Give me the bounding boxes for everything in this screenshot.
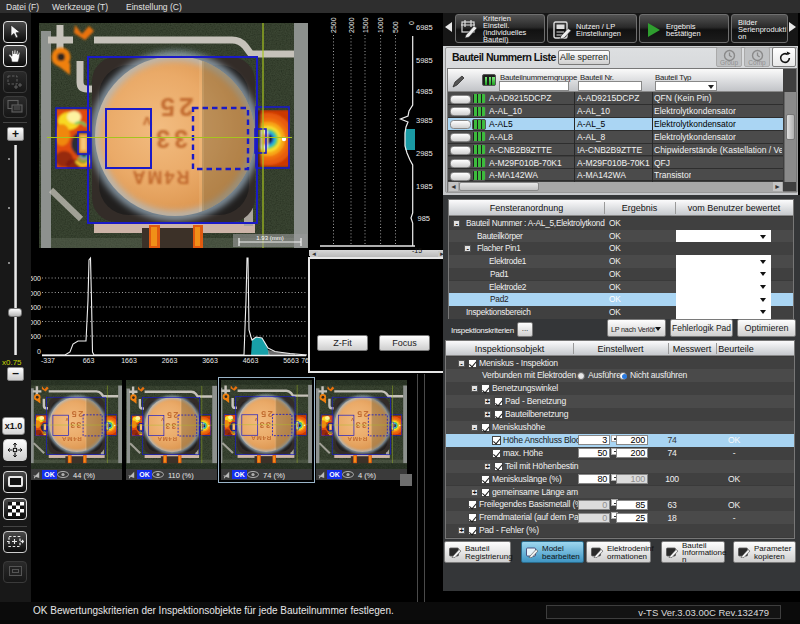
svg-text:663: 663 xyxy=(83,357,95,364)
svg-text:3985: 3985 xyxy=(416,116,433,125)
svg-text:1000: 1000 xyxy=(377,17,384,33)
svg-text:1500: 1500 xyxy=(362,17,369,33)
svg-text:3663: 3663 xyxy=(202,357,218,364)
svg-text:-337: -337 xyxy=(41,357,55,364)
svg-text:1663: 1663 xyxy=(121,357,137,364)
svg-text:5663: 5663 xyxy=(283,357,299,364)
svg-text:500: 500 xyxy=(29,333,41,340)
svg-text:6985: 6985 xyxy=(416,23,433,32)
svg-text:500: 500 xyxy=(392,21,399,33)
svg-text:5985: 5985 xyxy=(416,56,433,65)
svg-text:0: 0 xyxy=(408,21,415,25)
svg-text:1.93 (mm): 1.93 (mm) xyxy=(256,235,283,241)
svg-text:2500: 2500 xyxy=(330,17,337,33)
svg-text:2000: 2000 xyxy=(348,17,355,33)
svg-text:4985: 4985 xyxy=(416,87,433,96)
svg-text:2663: 2663 xyxy=(162,357,178,364)
svg-text:985: 985 xyxy=(418,214,431,223)
svg-text:1985: 1985 xyxy=(416,182,433,191)
svg-text:2985: 2985 xyxy=(416,149,433,158)
svg-text:0: 0 xyxy=(37,348,41,355)
svg-text:4663: 4663 xyxy=(243,357,259,364)
